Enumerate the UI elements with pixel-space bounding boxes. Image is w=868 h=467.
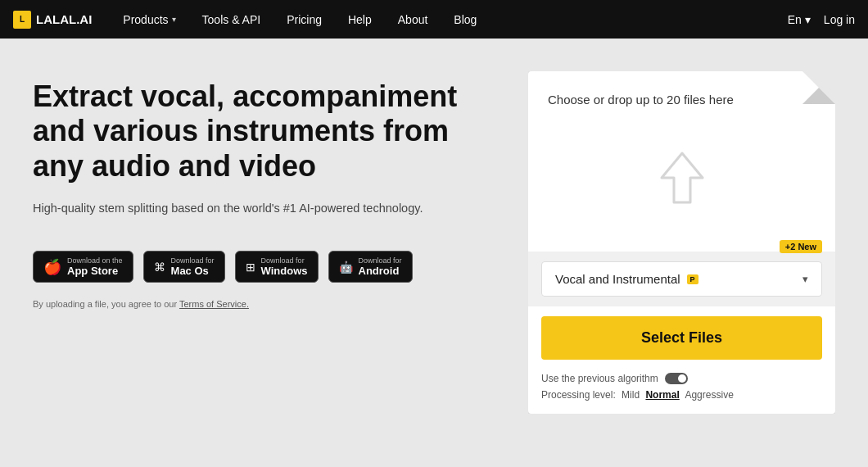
processing-label: Processing level:	[541, 389, 616, 401]
processing-level-mild[interactable]: Mild	[622, 389, 640, 401]
algorithm-row: Use the previous algorithm	[541, 373, 822, 384]
terms-text: By uploading a file, you agree to our Te…	[33, 299, 495, 309]
windows-icon: ⊞	[246, 261, 255, 274]
navigation: L LALAL.AI Products ▾ Tools & API Pricin…	[0, 0, 868, 39]
nav-item-blog[interactable]: Blog	[442, 0, 488, 39]
upload-arrow-icon	[658, 149, 707, 206]
login-link[interactable]: Log in	[824, 13, 855, 26]
nav-item-pricing[interactable]: Pricing	[275, 0, 333, 39]
bottom-options: Use the previous algorithm Processing le…	[528, 370, 835, 414]
chevron-down-icon: ▾	[172, 15, 176, 24]
language-selector[interactable]: En ▾	[788, 13, 811, 26]
upload-card: Choose or drop up to 20 files here +2 Ne…	[528, 71, 835, 414]
dropdown-label: Vocal and Instrumental	[555, 272, 680, 286]
hero-title: Extract vocal, accompaniment and various…	[33, 79, 495, 184]
nav-items: Products ▾ Tools & API Pricing Help Abou…	[111, 0, 787, 39]
nav-right: En ▾ Log in	[788, 13, 855, 26]
android-badge[interactable]: 🤖 Download for Android	[328, 251, 413, 283]
nav-item-tools[interactable]: Tools & API	[191, 0, 273, 39]
app-store-badge[interactable]: 🍎 Download on the App Store	[33, 251, 133, 283]
stem-type-dropdown[interactable]: Vocal and Instrumental P ▾	[541, 261, 822, 297]
algo-toggle[interactable]	[665, 373, 688, 384]
chevron-down-icon: ▾	[802, 273, 808, 285]
processing-row: Processing level: Mild Normal Aggressive	[541, 389, 822, 401]
processing-level-normal[interactable]: Normal	[645, 389, 679, 401]
logo-text: LALAL.AI	[36, 12, 92, 26]
nav-item-help[interactable]: Help	[337, 0, 383, 39]
drop-area[interactable]: Choose or drop up to 20 files here	[528, 71, 835, 252]
dropdown-section: +2 New Vocal and Instrumental P ▾	[528, 252, 835, 306]
pro-badge: P	[687, 274, 698, 284]
store-badges: 🍎 Download on the App Store ⌘ Download f…	[33, 251, 495, 283]
terms-link[interactable]: Terms of Service.	[179, 299, 249, 309]
windows-badge[interactable]: ⊞ Download for Windows	[235, 251, 319, 283]
new-badge: +2 New	[780, 240, 822, 253]
chevron-down-icon: ▾	[805, 13, 811, 26]
mac-badge[interactable]: ⌘ Download for Mac Os	[143, 251, 225, 283]
drop-text: Choose or drop up to 20 files here	[548, 91, 734, 110]
nav-item-about[interactable]: About	[387, 0, 440, 39]
hero-subtitle: High-quality stem splitting based on the…	[33, 200, 495, 218]
apple-icon: 🍎	[43, 258, 61, 276]
mac-icon: ⌘	[154, 261, 165, 274]
svg-marker-0	[662, 153, 703, 202]
nav-item-products[interactable]: Products ▾	[111, 0, 187, 39]
algo-label: Use the previous algorithm	[541, 373, 658, 384]
select-files-button[interactable]: Select Files	[541, 316, 822, 360]
left-section: Extract vocal, accompaniment and various…	[33, 71, 495, 309]
logo-icon: L	[13, 11, 31, 29]
processing-level-aggressive[interactable]: Aggressive	[685, 389, 733, 401]
android-icon: 🤖	[339, 261, 353, 274]
logo[interactable]: L LALAL.AI	[13, 11, 92, 29]
upload-arrow-area	[548, 118, 816, 239]
main-content: Extract vocal, accompaniment and various…	[0, 39, 868, 467]
